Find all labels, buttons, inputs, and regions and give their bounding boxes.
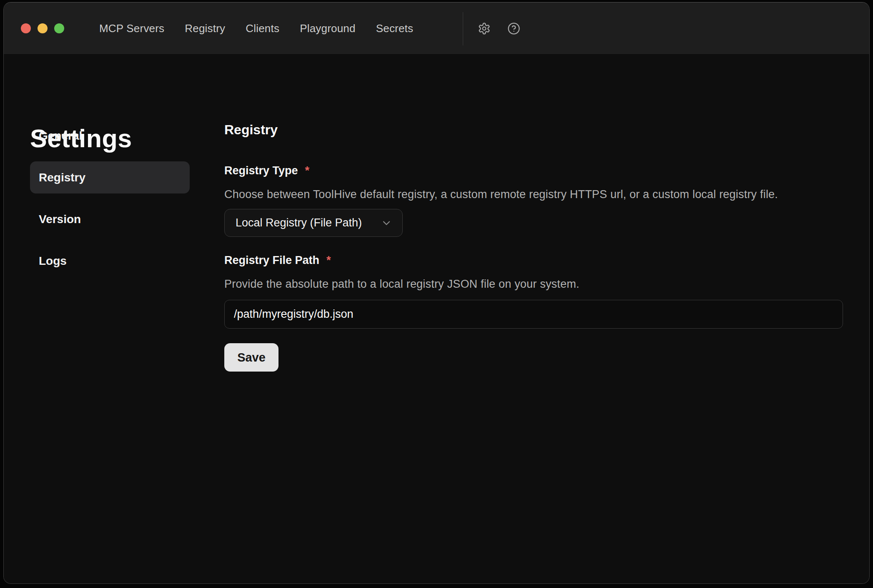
registry-file-path-input[interactable] xyxy=(224,300,843,329)
titlebar: MCP Servers Registry Clients Playground … xyxy=(4,3,869,55)
sidebar-item-general[interactable]: General xyxy=(30,120,190,152)
titlebar-icons xyxy=(477,3,521,55)
nav-item-mcp-servers[interactable]: MCP Servers xyxy=(99,22,164,35)
sidebar-item-logs[interactable]: Logs xyxy=(30,245,190,277)
registry-type-select[interactable]: Local Registry (File Path) xyxy=(224,209,403,237)
maximize-window-button[interactable] xyxy=(54,23,64,33)
app-window: MCP Servers Registry Clients Playground … xyxy=(3,2,870,584)
save-button[interactable]: Save xyxy=(224,343,278,372)
chevron-down-icon xyxy=(381,217,392,229)
registry-type-description: Choose between ToolHive default registry… xyxy=(224,187,846,201)
section-title: Registry xyxy=(224,121,846,138)
minimize-window-button[interactable] xyxy=(38,23,48,33)
nav-item-secrets[interactable]: Secrets xyxy=(376,22,414,35)
window-controls xyxy=(21,23,64,33)
registry-file-path-description: Provide the absolute path to a local reg… xyxy=(224,277,846,291)
main-nav: MCP Servers Registry Clients Playground … xyxy=(99,22,413,35)
registry-type-label: Registry Type xyxy=(224,163,298,178)
close-window-button[interactable] xyxy=(21,23,31,33)
sidebar-item-version[interactable]: Version xyxy=(30,203,190,235)
settings-page: Settings General Registry Version Logs R… xyxy=(4,55,869,584)
registry-file-path-label: Registry File Path xyxy=(224,253,319,267)
required-marker: * xyxy=(326,253,331,267)
sidebar-item-registry[interactable]: Registry xyxy=(30,161,190,193)
titlebar-divider xyxy=(463,12,463,45)
nav-item-registry[interactable]: Registry xyxy=(185,22,225,35)
registry-type-label-row: Registry Type * xyxy=(224,163,846,178)
registry-type-selected-value: Local Registry (File Path) xyxy=(236,216,375,229)
screen: MCP Servers Registry Clients Playground … xyxy=(0,0,873,588)
registry-settings-panel: Registry Registry Type * Choose between … xyxy=(224,121,846,372)
registry-file-path-label-row: Registry File Path * xyxy=(224,253,846,267)
nav-item-clients[interactable]: Clients xyxy=(246,22,279,35)
help-icon[interactable] xyxy=(507,22,521,36)
required-marker: * xyxy=(305,163,310,178)
nav-item-playground[interactable]: Playground xyxy=(300,22,356,35)
settings-sidebar: General Registry Version Logs xyxy=(30,120,190,277)
settings-gear-icon[interactable] xyxy=(477,22,491,36)
